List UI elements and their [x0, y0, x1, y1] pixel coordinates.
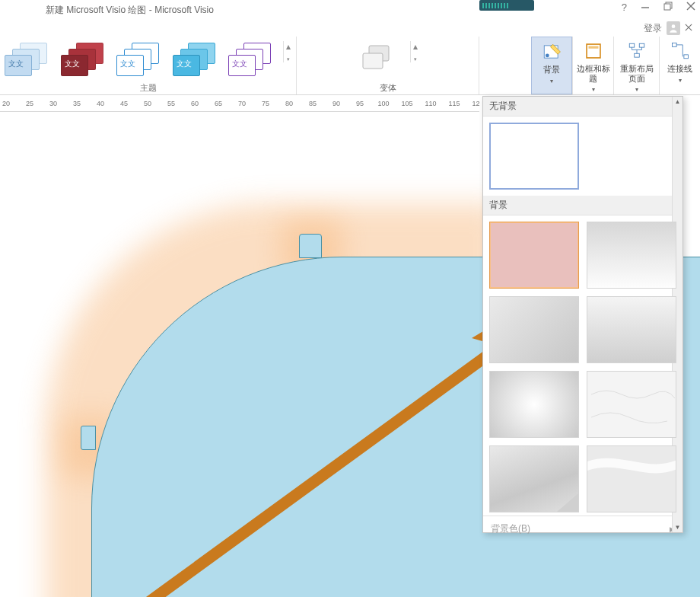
title-bar: 新建 Microsoft Visio 绘图 - Microsoft Visio …: [0, 0, 700, 20]
svg-rect-16: [634, 53, 639, 57]
login-link[interactable]: 登录: [644, 22, 662, 35]
ruler-value: 95: [356, 100, 364, 107]
group-label-variants: 变体: [380, 81, 396, 94]
chevron-down-icon: ▾: [679, 77, 682, 84]
bg-color-menu[interactable]: 背景色(B) ▶: [483, 516, 682, 541]
window-title: 新建 Microsoft Visio 绘图 - Microsoft Visio: [46, 4, 214, 17]
section-background: 背景: [483, 196, 682, 215]
border-title-button[interactable]: 边框和标题 ▾: [572, 37, 613, 94]
svg-rect-9: [363, 53, 383, 69]
ruler-value: 75: [262, 100, 269, 107]
bg-option-8[interactable]: [587, 445, 676, 512]
theme-option-2[interactable]: 文文: [59, 41, 107, 78]
ruler-value: 20: [2, 100, 10, 107]
svg-rect-15: [639, 43, 644, 47]
quick-access-toolbar[interactable]: [479, 0, 534, 11]
connector-button[interactable]: 连接线 ▾: [659, 37, 700, 94]
bg-option-7[interactable]: [489, 445, 579, 512]
relayout-button[interactable]: 重新布局页面 ▾: [613, 37, 659, 94]
scroll-down-icon[interactable]: ▼: [675, 524, 681, 531]
ribbon-group-themes: 文文 文文 文文 文文: [0, 37, 297, 94]
chevron-down-icon: ▾: [592, 86, 595, 93]
variant-gallery-expand[interactable]: ▴▾: [410, 41, 421, 62]
svg-rect-17: [672, 43, 676, 46]
help-icon[interactable]: ?: [622, 2, 627, 13]
bg-option-1[interactable]: [489, 222, 579, 289]
restore-icon[interactable]: [663, 2, 673, 13]
avatar[interactable]: [667, 21, 680, 35]
ruler-value: 105: [401, 100, 412, 107]
minimize-icon[interactable]: [641, 2, 650, 13]
theme-option-1[interactable]: 文文: [3, 41, 50, 78]
svg-point-11: [546, 53, 549, 57]
ruler-value: 80: [285, 100, 293, 107]
ruler-value: 85: [309, 100, 317, 107]
ruler-value: 30: [49, 100, 57, 107]
ruler-value: 25: [26, 100, 33, 107]
svg-rect-2: [664, 4, 670, 10]
chevron-down-icon: ▾: [550, 78, 553, 85]
background-dropdown-panel: ▲ ▼ 无背景 背景 背景色(B) ▶: [482, 96, 683, 533]
group-label-themes: 主题: [3, 81, 293, 94]
ruler-value: 65: [215, 100, 222, 107]
ribbon-group-variants: ▴▾ 变体: [297, 37, 479, 94]
svg-rect-14: [629, 43, 635, 47]
close-icon[interactable]: [686, 2, 695, 13]
section-no-background: 无背景: [483, 97, 682, 117]
bg-option-6[interactable]: [587, 371, 676, 438]
ruler-value: 45: [120, 100, 128, 107]
bg-option-4[interactable]: [587, 296, 676, 363]
svg-rect-18: [683, 55, 688, 59]
ribbon: 文文 文文 文文 文文: [0, 37, 700, 95]
ruler-value: 100: [377, 100, 389, 107]
shape-nozzle-top[interactable]: [299, 234, 322, 258]
theme-option-4[interactable]: 文文: [171, 41, 218, 78]
ruler-value: 70: [238, 100, 246, 107]
shape-nozzle-side[interactable]: [81, 426, 96, 450]
svg-rect-13: [588, 46, 598, 49]
ruler-value: 55: [167, 100, 175, 107]
theme-gallery-expand[interactable]: ▴▾: [283, 41, 294, 62]
variant-option-1[interactable]: [355, 41, 401, 79]
ruler-value: 90: [332, 100, 340, 107]
theme-option-3[interactable]: 文文: [115, 41, 162, 78]
background-button[interactable]: 背景 ▾: [531, 37, 572, 94]
pane-close-icon[interactable]: [685, 23, 692, 34]
ruler-value: 115: [448, 100, 460, 107]
bg-option-2[interactable]: [587, 222, 676, 289]
bg-option-3[interactable]: [489, 296, 579, 363]
theme-option-5[interactable]: 文文: [227, 41, 274, 78]
scroll-up-icon[interactable]: ▲: [675, 98, 681, 105]
ruler-value: 50: [144, 100, 151, 107]
chevron-down-icon: ▾: [635, 86, 638, 93]
svg-point-5: [672, 24, 676, 28]
ruler-value: 110: [425, 100, 436, 107]
account-bar: 登录: [0, 20, 700, 37]
ruler-value: 40: [97, 100, 104, 107]
ruler-value: 60: [191, 100, 199, 107]
ruler-value: 35: [73, 100, 81, 107]
bg-option-5[interactable]: [489, 371, 579, 438]
bg-option-none[interactable]: [489, 123, 579, 190]
